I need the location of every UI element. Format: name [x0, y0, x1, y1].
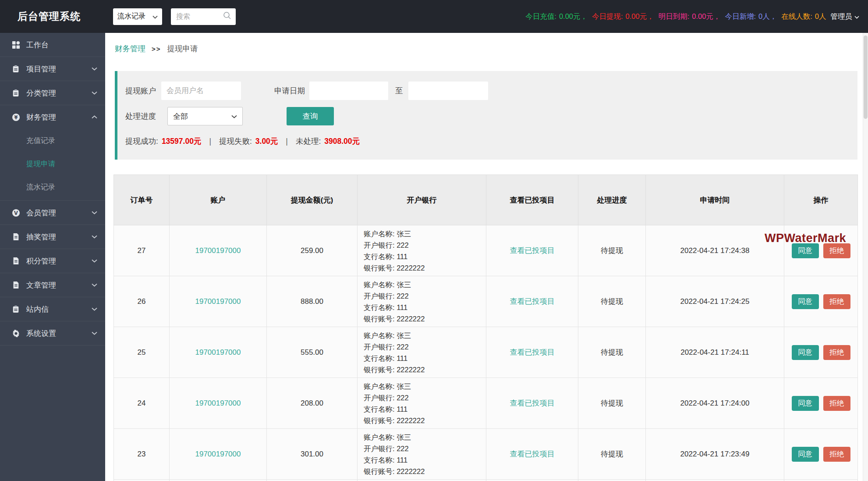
table-row: 2419700197000208.00账户名称: 张三开户银行: 222支行名称… [114, 378, 858, 429]
reject-button[interactable]: 拒绝 [823, 396, 850, 411]
sidebar-item-0[interactable]: 工作台 [0, 33, 105, 57]
chevron-down-icon [92, 259, 97, 263]
top-stat-value: 0.00元， [692, 12, 720, 20]
sidebar-item-4[interactable]: V会员管理 [0, 201, 105, 224]
sidebar-item-6[interactable]: 积分管理 [0, 249, 105, 273]
bank-line: 支行名称: 111 [364, 302, 486, 313]
status-cell: 待提现 [578, 276, 646, 327]
view-invested-link[interactable]: 查看已投项目 [510, 450, 555, 458]
summary-row: 提现成功:13597.00元|提现失败:3.00元|未处理:3908.00元 [125, 136, 360, 146]
view-invested-link[interactable]: 查看已投项目 [510, 399, 555, 407]
chevron-down-icon [92, 211, 97, 214]
query-button[interactable]: 查询 [287, 107, 334, 125]
sidebar-item-1[interactable]: 项目管理 [0, 57, 105, 81]
amount-cell: 888.00 [267, 276, 358, 327]
column-header: 查看已投项目 [486, 175, 578, 225]
date-from-input[interactable] [309, 82, 388, 100]
reject-button[interactable]: 拒绝 [823, 345, 850, 360]
approve-button[interactable]: 同意 [792, 243, 819, 258]
account-link[interactable]: 19700197000 [195, 399, 241, 407]
amount-cell: 301.00 [267, 429, 358, 480]
yen-circle-icon: ¥ [11, 113, 20, 121]
date-to-input[interactable] [408, 82, 488, 100]
order-cell: 23 [114, 429, 170, 480]
approve-button[interactable]: 同意 [792, 447, 819, 462]
sidebar-item-5[interactable]: 抽奖管理 [0, 225, 105, 249]
bank-line: 银行账号: 2222222 [364, 415, 486, 426]
bank-line: 账户名称: 张三 [364, 431, 486, 443]
bank-cell: 账户名称: 张三开户银行: 222支行名称: 111银行账号: 2222222 [358, 480, 486, 481]
sidebar-item-label: 系统设置 [26, 328, 56, 338]
time-cell: 2022-04-21 17:24:00 [646, 378, 784, 429]
progress-select[interactable]: 全部 [167, 107, 243, 125]
withdraw-account-label: 提现账户 [125, 86, 156, 96]
bank-line: 开户银行: 222 [364, 392, 486, 403]
admin-menu[interactable]: 管理员 [831, 12, 860, 21]
bank-cell: 账户名称: 张三开户银行: 222支行名称: 111银行账号: 2222222 [358, 429, 486, 480]
bank-line: 支行名称: 111 [364, 454, 486, 466]
account-cell: 19700197000 [170, 225, 267, 276]
time-cell: 2022-04-21 17:23:49 [646, 429, 784, 480]
apply-date-label: 申请日期 [274, 86, 305, 96]
filter-panel: 提现账户 申请日期 至 处理进度 全部 查询 提现成功:13597.00元|提现… [115, 71, 857, 160]
sidebar-subitem-2[interactable]: 流水记录 [0, 175, 105, 199]
order-cell: 26 [114, 276, 170, 327]
sidebar-item-7[interactable]: 文章管理 [0, 273, 105, 297]
sidebar-item-2[interactable]: 分类管理 [0, 81, 105, 105]
sidebar-item-9[interactable]: 系统设置 [0, 321, 105, 345]
bank-cell: 账户名称: 张三开户银行: 222支行名称: 111银行账号: 2222222 [358, 225, 486, 276]
sidebar-subitem-0[interactable]: 充值记录 [0, 129, 105, 152]
view-invested-cell: 查看已投项目 [486, 225, 578, 276]
scrollbar-thumb[interactable] [864, 36, 868, 119]
sidebar-item-label: 会员管理 [26, 208, 56, 218]
account-link[interactable]: 19700197000 [195, 297, 241, 306]
top-stat-value: 0人 [815, 12, 826, 20]
sidebar-subitem-1[interactable]: 提现申请 [0, 152, 105, 175]
account-link[interactable]: 19700197000 [195, 246, 241, 255]
breadcrumb-current: 提现申请 [167, 43, 198, 54]
account-cell: 19700197000 [170, 480, 267, 481]
top-stat-label: 明日到期: [659, 12, 690, 20]
view-invested-link[interactable]: 查看已投项目 [510, 246, 555, 255]
approve-button[interactable]: 同意 [792, 294, 819, 309]
sidebar-item-label: 积分管理 [26, 256, 56, 266]
table-row: 2319700197000301.00账户名称: 张三开户银行: 222支行名称… [114, 429, 858, 480]
module-select[interactable]: 流水记录 [113, 8, 162, 25]
column-header: 订单号 [114, 175, 170, 225]
view-invested-link[interactable]: 查看已投项目 [510, 348, 555, 356]
bank-cell: 账户名称: 张三开户银行: 222支行名称: 111银行账号: 2222222 [358, 276, 486, 327]
sidebar-item-8[interactable]: 站内信 [0, 297, 105, 321]
withdraw-account-input[interactable] [161, 82, 241, 100]
bank-line: 开户银行: 222 [364, 443, 486, 454]
approve-button[interactable]: 同意 [792, 345, 819, 360]
reject-button[interactable]: 拒绝 [823, 294, 850, 309]
actions-cell: 同意拒绝 [784, 378, 858, 429]
bank-line: 银行账号: 2222222 [364, 313, 486, 324]
search-input[interactable] [175, 12, 223, 21]
breadcrumb-parent[interactable]: 财务管理 [115, 43, 145, 54]
time-cell: 2022-04-21 17:24:11 [646, 327, 784, 378]
account-cell: 19700197000 [170, 378, 267, 429]
column-header: 申请时间 [646, 175, 784, 225]
chevron-up-icon [92, 115, 97, 119]
column-header: 开户银行 [358, 175, 486, 225]
reject-button[interactable]: 拒绝 [823, 243, 850, 258]
view-invested-link[interactable]: 查看已投项目 [510, 297, 555, 306]
account-link[interactable]: 19700197000 [195, 348, 241, 356]
summary-value: 3.00元 [255, 136, 278, 146]
actions-cell: 同意拒绝 [784, 429, 858, 480]
table-body: 2719700197000259.00账户名称: 张三开户银行: 222支行名称… [114, 225, 858, 481]
top-stat-label: 今日充值: [525, 12, 556, 20]
chevron-down-icon [92, 331, 97, 335]
bank-line: 银行账号: 2222222 [364, 364, 486, 375]
sidebar-item-3[interactable]: ¥财务管理 [0, 105, 105, 129]
account-link[interactable]: 19700197000 [195, 450, 241, 458]
approve-button[interactable]: 同意 [792, 396, 819, 411]
bank-line: 支行名称: 111 [364, 403, 486, 415]
reject-button[interactable]: 拒绝 [823, 447, 850, 462]
search-icon[interactable] [223, 11, 231, 21]
member-circle-icon: V [11, 208, 20, 217]
bank-line: 账户名称: 张三 [364, 330, 486, 341]
top-stat-value: 0.00元， [559, 12, 588, 20]
chevron-down-icon [92, 91, 97, 95]
